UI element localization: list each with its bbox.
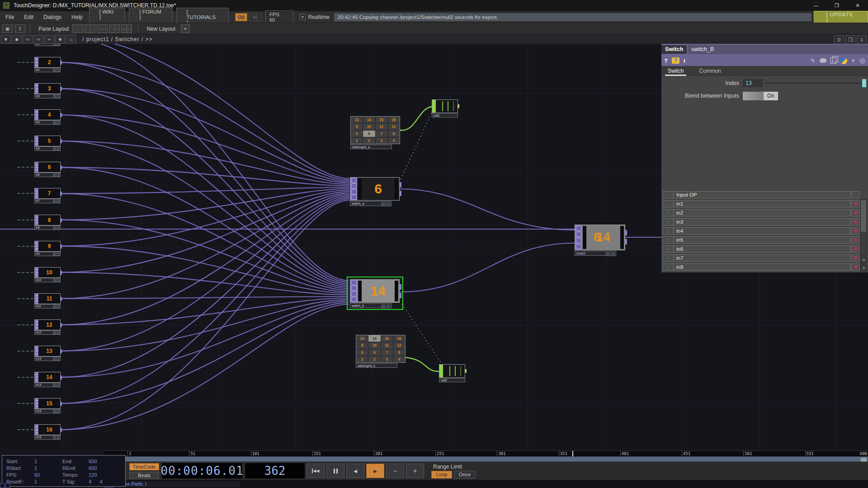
- move-up-icon[interactable]: ↑: [663, 218, 674, 225]
- grid-cell-8[interactable]: 8: [393, 349, 405, 356]
- flag-bypass[interactable]: [57, 384, 60, 387]
- scroll-down-button[interactable]: ▼: [861, 264, 867, 272]
- cross1-output2[interactable]: [625, 239, 627, 244]
- move-up-icon[interactable]: ↑: [663, 263, 674, 271]
- grid-cell-11[interactable]: 11: [376, 123, 387, 130]
- once-button[interactable]: Once: [454, 471, 475, 479]
- node-output[interactable]: [60, 218, 62, 222]
- index-slider[interactable]: [764, 79, 866, 87]
- grid-cell-6[interactable]: 6: [368, 349, 380, 356]
- node-name-label[interactable]: in10: [34, 278, 61, 282]
- new-layout-add-button[interactable]: +: [181, 24, 190, 33]
- node-switchgrid-a[interactable]: 13141516910111256781234: [350, 116, 400, 144]
- node-output[interactable]: [60, 323, 62, 327]
- node-in2[interactable]: 2: [34, 57, 61, 68]
- node-output[interactable]: [60, 113, 62, 117]
- setting-value[interactable]: 4 4: [89, 479, 125, 484]
- target-fps-field[interactable]: 60: [249, 13, 262, 21]
- move-up-icon[interactable]: ↑: [663, 245, 674, 253]
- help-icon[interactable]: ?: [664, 57, 668, 64]
- menu-dialogs[interactable]: Dialogs: [43, 14, 61, 20]
- node-in8[interactable]: 8: [34, 215, 61, 225]
- update-button[interactable]: [ UPDATE ]: [814, 11, 868, 23]
- setting-value[interactable]: 600: [89, 465, 125, 471]
- flag-viewer[interactable]: [53, 410, 56, 413]
- grid-cell-14[interactable]: 14: [368, 335, 380, 342]
- realtime-checkbox[interactable]: ✕: [300, 14, 306, 20]
- node-name-label[interactable]: in7: [34, 199, 61, 203]
- flag-viewer[interactable]: [53, 279, 56, 282]
- table-row[interactable]: ↑in4✕: [663, 227, 860, 235]
- node-name-label[interactable]: in15: [34, 409, 61, 413]
- export-link-null1-switch-a[interactable]: [401, 113, 432, 179]
- node-output[interactable]: [60, 297, 62, 301]
- node-switch-b[interactable]: 14: [350, 279, 400, 303]
- wire-switch-b-cross1[interactable]: [400, 243, 575, 292]
- delete-icon[interactable]: ✕: [851, 209, 860, 216]
- pane-counter[interactable]: 0: [834, 35, 844, 44]
- wire-in4-switch-a[interactable]: [61, 115, 349, 183]
- add-icon[interactable]: +: [44, 35, 54, 44]
- null2-label[interactable]: null2: [439, 378, 465, 382]
- grid-cell-9[interactable]: 9: [356, 342, 368, 348]
- layout-vsplit-button[interactable]: [85, 24, 95, 33]
- flag-bypass[interactable]: [57, 200, 60, 203]
- node-output[interactable]: [60, 271, 62, 275]
- grid-cell-16[interactable]: 16: [393, 335, 405, 342]
- play-button[interactable]: ▶: [366, 464, 384, 478]
- minimize-button[interactable]: —: [806, 0, 826, 11]
- table-row[interactable]: ↑in8✕: [663, 263, 860, 271]
- switchgrid-a-label[interactable]: switchgrid_a: [350, 145, 392, 149]
- rewind-button[interactable]: ◀◀: [307, 464, 325, 478]
- grid-cell-16[interactable]: 16: [388, 117, 400, 123]
- null2-output[interactable]: [465, 369, 467, 373]
- flag-viewer[interactable]: [53, 95, 56, 98]
- node-name-label[interactable]: in5: [34, 146, 61, 151]
- flag-bypass[interactable]: [57, 174, 60, 177]
- node-in13[interactable]: 13: [34, 346, 61, 357]
- node-name-label[interactable]: in11: [34, 304, 61, 309]
- switch-b-inputs[interactable]: [350, 280, 357, 302]
- delete-icon[interactable]: ✕: [851, 245, 860, 253]
- wire-in1-switch-b[interactable]: [61, 44, 349, 281]
- wire-in3-switch-b[interactable]: [61, 89, 349, 284]
- add-parameter-icon[interactable]: +: [851, 56, 855, 65]
- scrollbar-right-handle[interactable]: [860, 457, 867, 462]
- table-row[interactable]: in1✕: [663, 200, 860, 207]
- cross1-output[interactable]: [625, 230, 627, 235]
- flag-bypass[interactable]: [57, 253, 60, 256]
- timecode-mode-button[interactable]: TimeCode: [129, 463, 159, 470]
- grid-cell-14[interactable]: 14: [363, 117, 375, 123]
- flag-viewer[interactable]: [53, 357, 56, 361]
- wire-in14-switch-a[interactable]: [61, 197, 349, 377]
- wire-in16-switch-b[interactable]: [61, 305, 349, 430]
- beats-mode-button[interactable]: Beats: [129, 472, 159, 479]
- input-op-cell[interactable]: in3: [674, 218, 851, 225]
- loop-button[interactable]: Loop: [431, 471, 452, 479]
- setting-value[interactable]: 600: [89, 459, 125, 464]
- flag-bypass[interactable]: [57, 410, 60, 413]
- null1-label[interactable]: null1: [432, 113, 458, 117]
- table-row[interactable]: ↑in6✕: [663, 245, 860, 253]
- grid-cell-3[interactable]: 3: [376, 137, 387, 144]
- node-output[interactable]: [60, 139, 62, 143]
- scroll-up-button[interactable]: ▲: [861, 255, 867, 264]
- flag-viewer[interactable]: [53, 147, 56, 150]
- setting-value[interactable]: 60: [34, 472, 62, 478]
- increment-frame-button[interactable]: +: [406, 464, 424, 478]
- flag-viewer[interactable]: [53, 305, 56, 308]
- node-name-label[interactable]: in14: [34, 383, 61, 387]
- wire-in5-switch-a[interactable]: [61, 141, 349, 184]
- node-in4[interactable]: 4: [34, 109, 61, 120]
- flag-viewer[interactable]: [53, 200, 56, 203]
- switch-b-output[interactable]: [399, 284, 401, 290]
- bookmark-icon[interactable]: ★: [55, 35, 65, 44]
- node-in6[interactable]: 6: [34, 162, 61, 173]
- node-output[interactable]: [60, 375, 62, 380]
- grid-cell-5[interactable]: 5: [351, 131, 363, 137]
- node-in5[interactable]: 5: [34, 136, 61, 146]
- wire-in1-switch-a[interactable]: [61, 44, 349, 178]
- layout-grid-button[interactable]: [121, 24, 132, 33]
- python-icon[interactable]: [840, 57, 847, 64]
- grid-cell-4[interactable]: 4: [393, 356, 405, 362]
